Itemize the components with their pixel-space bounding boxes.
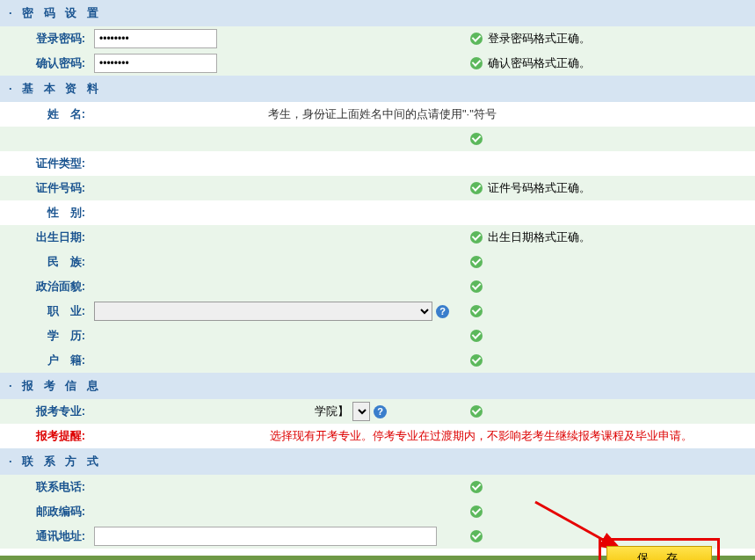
check-icon xyxy=(470,57,483,69)
save-button[interactable]: 保 存 xyxy=(606,546,712,560)
notice-text: 选择现有开考专业。停考专业在过渡期内，不影响老考生继续报考课程及毕业申请。 xyxy=(270,428,693,444)
idtype-label: 证件类型: xyxy=(0,156,92,171)
section-header-basic: · 基 本 资 料 xyxy=(0,76,755,102)
section-title: 联 系 方 式 xyxy=(22,455,102,468)
footer-bar: 保 存 xyxy=(0,556,755,560)
check-icon xyxy=(470,481,483,493)
postal-label: 邮政编码: xyxy=(0,504,92,520)
help-icon[interactable]: ? xyxy=(436,305,449,318)
name-label: 姓 名: xyxy=(0,106,92,122)
major-suffix: 学院】 xyxy=(315,404,349,419)
check-icon xyxy=(470,182,483,194)
confirm-password-status: 确认密码格式正确。 xyxy=(488,55,591,71)
birth-label: 出生日期: xyxy=(0,229,92,245)
section-title: 基 本 资 料 xyxy=(22,82,102,95)
check-icon xyxy=(470,505,483,518)
section-title: 密 码 设 置 xyxy=(22,6,102,19)
check-icon xyxy=(470,231,483,244)
idnum-label: 证件号码: xyxy=(0,180,92,196)
occupation-label: 职 业: xyxy=(0,303,92,319)
education-label: 学 历: xyxy=(0,328,92,344)
check-icon xyxy=(470,280,483,293)
check-icon xyxy=(470,354,483,367)
check-icon xyxy=(470,33,483,45)
gender-label: 性 别: xyxy=(0,205,92,221)
login-password-label: 登录密码: xyxy=(0,31,92,47)
confirm-password-input[interactable] xyxy=(94,54,217,73)
check-icon xyxy=(470,330,483,342)
bullet-icon: · xyxy=(9,379,16,392)
idnum-status: 证件号码格式正确。 xyxy=(488,180,591,196)
birth-status: 出生日期格式正确。 xyxy=(488,229,591,245)
section-header-contact: · 联 系 方 式 xyxy=(0,448,755,475)
save-highlight-box: 保 存 xyxy=(599,538,720,560)
bullet-icon: · xyxy=(9,82,16,95)
bullet-icon: · xyxy=(9,6,16,19)
phone-label: 联系电话: xyxy=(0,479,92,495)
major-label: 报考专业: xyxy=(0,404,92,419)
bullet-icon: · xyxy=(9,455,16,468)
help-icon[interactable]: ? xyxy=(374,405,387,418)
household-label: 户 籍: xyxy=(0,353,92,368)
check-icon xyxy=(470,530,483,542)
login-password-input[interactable] xyxy=(94,29,217,48)
check-icon xyxy=(470,133,483,145)
section-title: 报 考 信 息 xyxy=(22,379,102,392)
nation-label: 民 族: xyxy=(0,254,92,270)
political-label: 政治面貌: xyxy=(0,279,92,295)
section-header-apply: · 报 考 信 息 xyxy=(0,373,755,399)
major-select[interactable] xyxy=(352,402,370,421)
notice-label: 报考提醒: xyxy=(0,428,92,444)
name-hint: 考生，身份证上面姓名中间的点请使用"·"符号 xyxy=(268,106,497,122)
check-icon xyxy=(470,256,483,268)
address-input[interactable] xyxy=(94,527,437,546)
login-password-status: 登录密码格式正确。 xyxy=(488,31,591,47)
check-icon xyxy=(470,305,483,317)
check-icon xyxy=(470,405,483,418)
confirm-password-label: 确认密码: xyxy=(0,55,92,71)
address-label: 通讯地址: xyxy=(0,528,92,544)
section-header-password: · 密 码 设 置 xyxy=(0,0,755,26)
occupation-select[interactable] xyxy=(94,302,432,321)
